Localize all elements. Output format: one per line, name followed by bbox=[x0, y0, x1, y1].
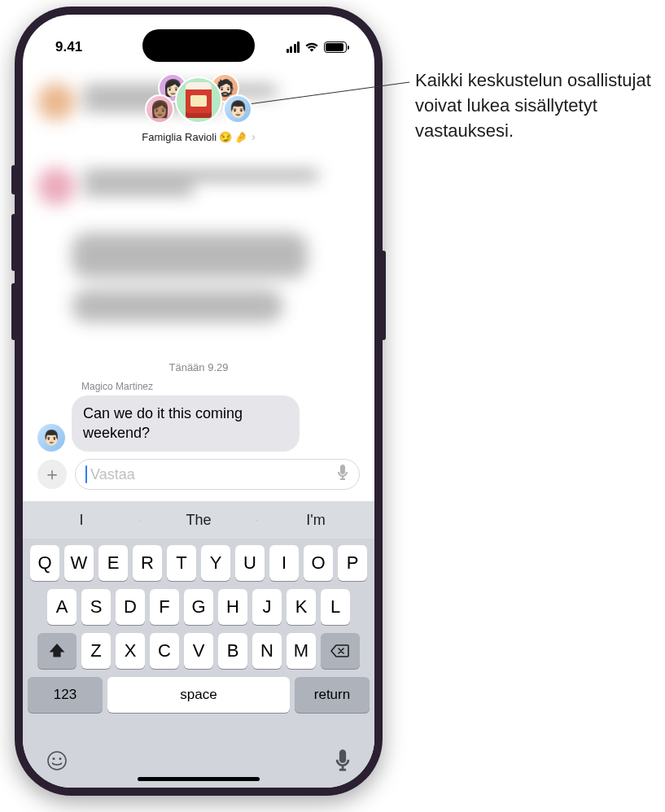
key-u[interactable]: U bbox=[235, 545, 265, 581]
text-caret bbox=[85, 465, 87, 483]
silent-switch bbox=[11, 165, 16, 194]
group-emoji: 🤌 bbox=[234, 131, 247, 143]
key-r[interactable]: R bbox=[133, 545, 162, 581]
return-key[interactable]: return bbox=[295, 677, 370, 713]
chevron-right-icon: › bbox=[252, 130, 256, 143]
dynamic-island bbox=[142, 29, 255, 62]
shift-key[interactable] bbox=[37, 633, 77, 669]
cellular-signal-icon bbox=[287, 41, 300, 53]
key-b[interactable]: B bbox=[218, 633, 247, 669]
keyboard: I The I'm QWERTYUIOP ASDFGHJKL ZXCVBNM 1… bbox=[23, 501, 374, 788]
volume-up bbox=[11, 214, 16, 271]
group-header[interactable]: 👩🏻 👩🏽 🧔🏻 👨🏻 Famiglia Ravioli 😏 🤌 › bbox=[23, 76, 374, 143]
key-f[interactable]: F bbox=[150, 589, 179, 625]
wifi-icon bbox=[304, 41, 319, 53]
participant-avatar: 👨🏻 bbox=[223, 94, 252, 124]
key-z[interactable]: Z bbox=[81, 633, 111, 669]
key-s[interactable]: S bbox=[81, 589, 111, 625]
sender-avatar[interactable]: 👨🏻 bbox=[37, 424, 65, 452]
group-emoji: 😏 bbox=[219, 131, 232, 143]
space-key[interactable]: space bbox=[107, 677, 290, 713]
add-button[interactable]: ＋ bbox=[37, 460, 67, 489]
suggestion[interactable]: I bbox=[23, 512, 140, 529]
message-row: 👨🏻 Can we do it this coming weekend? bbox=[37, 395, 360, 452]
timestamp: Tänään 9.29 bbox=[23, 361, 374, 373]
group-avatar bbox=[175, 76, 222, 124]
key-v[interactable]: V bbox=[184, 633, 213, 669]
svg-point-0 bbox=[48, 752, 66, 770]
key-d[interactable]: D bbox=[116, 589, 145, 625]
screen: 9.41 bbox=[23, 15, 374, 788]
key-y[interactable]: Y bbox=[201, 545, 230, 581]
key-h[interactable]: H bbox=[218, 589, 247, 625]
svg-point-2 bbox=[59, 757, 62, 760]
key-l[interactable]: L bbox=[321, 589, 350, 625]
home-indicator[interactable] bbox=[138, 777, 260, 781]
key-t[interactable]: T bbox=[167, 545, 196, 581]
compose-bar: ＋ Vastaa bbox=[37, 459, 360, 490]
participant-avatar: 👩🏽 bbox=[145, 94, 174, 124]
key-w[interactable]: W bbox=[64, 545, 94, 581]
dictation-key-icon[interactable] bbox=[334, 749, 352, 778]
key-x[interactable]: X bbox=[116, 633, 145, 669]
key-p[interactable]: P bbox=[338, 545, 367, 581]
ravioli-icon bbox=[186, 82, 212, 118]
numbers-key[interactable]: 123 bbox=[28, 677, 103, 713]
sender-name: Magico Martinez bbox=[81, 381, 153, 392]
key-i[interactable]: I bbox=[269, 545, 299, 581]
power-button bbox=[381, 251, 386, 340]
dictation-icon[interactable] bbox=[336, 465, 349, 485]
svg-point-1 bbox=[53, 757, 55, 760]
annotation-text: Kaikki keskustelun osallistujat voivat l… bbox=[415, 68, 651, 143]
key-q[interactable]: Q bbox=[30, 545, 59, 581]
key-g[interactable]: G bbox=[184, 589, 213, 625]
key-j[interactable]: J bbox=[252, 589, 282, 625]
suggestion-bar: I The I'm bbox=[23, 501, 374, 539]
group-name: Famiglia Ravioli bbox=[142, 131, 217, 143]
message-bubble[interactable]: Can we do it this coming weekend? bbox=[72, 395, 300, 452]
reply-input[interactable]: Vastaa bbox=[75, 459, 360, 490]
suggestion[interactable]: I'm bbox=[257, 512, 374, 529]
key-a[interactable]: A bbox=[47, 589, 77, 625]
battery-icon bbox=[324, 41, 347, 53]
backspace-key[interactable] bbox=[321, 633, 360, 669]
status-time: 9.41 bbox=[55, 39, 82, 55]
key-n[interactable]: N bbox=[252, 633, 282, 669]
group-name-row[interactable]: Famiglia Ravioli 😏 🤌 › bbox=[142, 130, 255, 143]
group-avatar-stack[interactable]: 👩🏻 👩🏽 🧔🏻 👨🏻 bbox=[142, 76, 256, 125]
suggestion[interactable]: The bbox=[140, 512, 257, 529]
emoji-keyboard-icon[interactable] bbox=[46, 749, 68, 778]
key-m[interactable]: M bbox=[287, 633, 316, 669]
key-e[interactable]: E bbox=[98, 545, 128, 581]
reply-placeholder: Vastaa bbox=[90, 466, 336, 483]
key-k[interactable]: K bbox=[287, 589, 316, 625]
key-o[interactable]: O bbox=[304, 545, 333, 581]
volume-down bbox=[11, 283, 16, 340]
key-c[interactable]: C bbox=[150, 633, 179, 669]
phone-frame: 9.41 bbox=[15, 7, 383, 796]
